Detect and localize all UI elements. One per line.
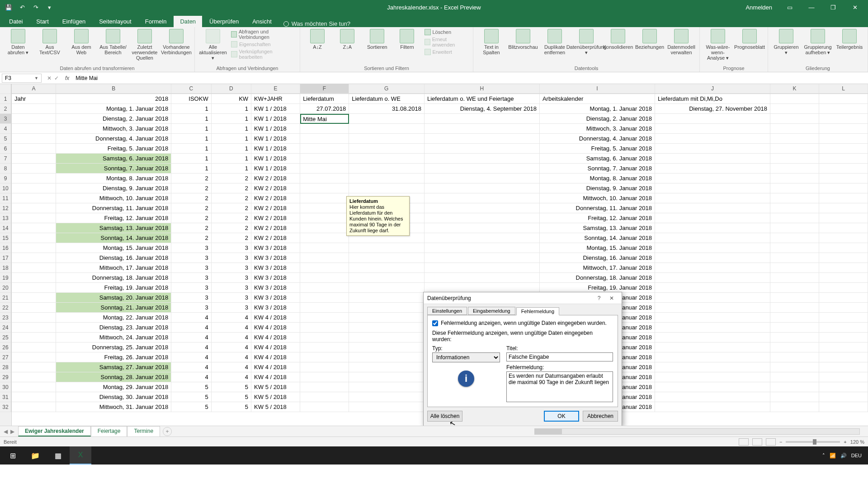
cell[interactable]: [655, 352, 770, 362]
cell[interactable]: Sonntag, 7. Januar 2018: [540, 164, 655, 174]
ribbon-line[interactable]: Abfragen und Verbindungen: [231, 29, 295, 40]
cell[interactable]: [425, 203, 540, 213]
cell[interactable]: [655, 243, 770, 253]
chevron-down-icon[interactable]: ▼: [34, 76, 38, 80]
help-icon[interactable]: ?: [593, 295, 605, 301]
cell[interactable]: [12, 352, 56, 362]
cell[interactable]: [819, 323, 868, 333]
cell[interactable]: 1: [212, 134, 251, 144]
confirm-edit-icon[interactable]: ✓: [54, 75, 59, 81]
cell[interactable]: KW: [212, 94, 251, 104]
cell[interactable]: [819, 94, 868, 104]
ribbon-btn[interactable]: Aus Tabelle/ Bereich: [99, 29, 127, 55]
cell[interactable]: [12, 263, 56, 273]
row-header[interactable]: 31: [0, 392, 11, 402]
cell[interactable]: 4: [212, 323, 251, 333]
app-icon[interactable]: ▦: [47, 446, 69, 465]
cell[interactable]: [655, 372, 770, 382]
row-header[interactable]: 17: [0, 253, 11, 263]
cell[interactable]: [819, 392, 868, 402]
cell[interactable]: 1: [171, 104, 211, 114]
cell[interactable]: KW 5 / 2018: [251, 382, 300, 392]
cell[interactable]: Samstag, 6. Januar 2018: [56, 154, 171, 164]
column-header[interactable]: G: [349, 84, 425, 94]
cell[interactable]: 4: [171, 313, 211, 323]
cell[interactable]: [770, 402, 819, 412]
cell[interactable]: 27.07.2018: [300, 104, 349, 114]
cell[interactable]: 4: [212, 333, 251, 343]
cell[interactable]: [349, 343, 425, 352]
cell[interactable]: [819, 233, 868, 243]
ribbon-line[interactable]: Verknüpfungen bearbeiten: [231, 49, 295, 60]
cell[interactable]: 2: [171, 174, 211, 183]
cell[interactable]: [12, 124, 56, 134]
ribbon-btn[interactable]: Daten abrufen ▾: [5, 29, 32, 55]
cell[interactable]: KW 3 / 2018: [251, 283, 300, 293]
cell[interactable]: 4: [171, 362, 211, 372]
cell[interactable]: Dienstag, 16. Januar 2018: [56, 253, 171, 263]
cell[interactable]: [655, 313, 770, 323]
column-header[interactable]: F: [300, 84, 349, 94]
cell[interactable]: [349, 164, 425, 174]
cell[interactable]: Sonntag, 14. Januar 2018: [56, 233, 171, 243]
cell[interactable]: [770, 333, 819, 343]
cell[interactable]: Mitte Mai: [300, 114, 349, 124]
cell[interactable]: Mittwoch, 17. Januar 2018: [540, 263, 655, 273]
cell[interactable]: [655, 283, 770, 293]
cell[interactable]: Mittwoch, 3. Januar 2018: [540, 124, 655, 134]
cell[interactable]: 5: [171, 402, 211, 412]
cell[interactable]: [425, 134, 540, 144]
cell[interactable]: [770, 114, 819, 124]
cell[interactable]: 4: [171, 333, 211, 343]
show-error-checkbox-input[interactable]: [432, 320, 438, 326]
zoom-in-icon[interactable]: +: [844, 439, 846, 445]
ribbon-btn[interactable]: Aus Text/CSV: [36, 29, 63, 55]
cell[interactable]: [12, 114, 56, 124]
cell[interactable]: [349, 362, 425, 372]
row-header[interactable]: 7: [0, 154, 11, 164]
cell[interactable]: 2: [171, 183, 211, 193]
cell[interactable]: Lieferdatum: [300, 94, 349, 104]
redo-icon[interactable]: ↷: [31, 2, 41, 12]
sheet-tab[interactable]: Termine: [127, 426, 160, 436]
cell[interactable]: [300, 263, 349, 273]
tray-chevron-icon[interactable]: ˄: [822, 453, 825, 459]
cell[interactable]: Donnerstag, 25. Januar 2018: [56, 343, 171, 352]
cell[interactable]: [12, 283, 56, 293]
ribbon-tab-seitenlayout[interactable]: Seitenlayout: [93, 16, 138, 27]
cell[interactable]: [819, 174, 868, 183]
cell[interactable]: Samstag, 13. Januar 2018: [56, 223, 171, 233]
tray-network-icon[interactable]: 📶: [830, 453, 836, 459]
cell[interactable]: [300, 213, 349, 223]
cell[interactable]: [819, 154, 868, 164]
row-header[interactable]: 5: [0, 134, 11, 144]
cell[interactable]: Lieferdatum o. WE und Feiertage: [425, 94, 540, 104]
cell[interactable]: KW 3 / 2018: [251, 303, 300, 313]
row-header[interactable]: 8: [0, 164, 11, 174]
cell[interactable]: KW 1 / 2018: [251, 144, 300, 154]
cell[interactable]: [770, 303, 819, 313]
cell[interactable]: 1: [171, 144, 211, 154]
cell[interactable]: [300, 233, 349, 243]
row-header[interactable]: 24: [0, 323, 11, 333]
ribbon-tab-start[interactable]: Start: [30, 16, 55, 27]
page-layout-view-icon[interactable]: [752, 438, 762, 446]
close-icon[interactable]: ✕: [844, 0, 865, 14]
cell[interactable]: [819, 303, 868, 313]
cell[interactable]: [12, 134, 56, 144]
cell[interactable]: Montag, 15. Januar 2018: [540, 243, 655, 253]
ribbon-line[interactable]: Eigenschaften: [231, 41, 295, 47]
cell[interactable]: [300, 134, 349, 144]
cell[interactable]: KW 2 / 2018: [251, 183, 300, 193]
cell[interactable]: KW 1 / 2018: [251, 124, 300, 134]
cell[interactable]: 2: [171, 203, 211, 213]
cell[interactable]: [819, 164, 868, 174]
cell[interactable]: [655, 253, 770, 263]
cell[interactable]: 5: [171, 382, 211, 392]
page-break-view-icon[interactable]: [766, 438, 776, 446]
cell[interactable]: Dienstag, 27. November 2018: [655, 104, 770, 114]
cell[interactable]: Donnerstag, 11. Januar 2018: [540, 203, 655, 213]
row-header[interactable]: 4: [0, 124, 11, 134]
cell[interactable]: 2018: [56, 94, 171, 104]
cell[interactable]: 2: [212, 223, 251, 233]
